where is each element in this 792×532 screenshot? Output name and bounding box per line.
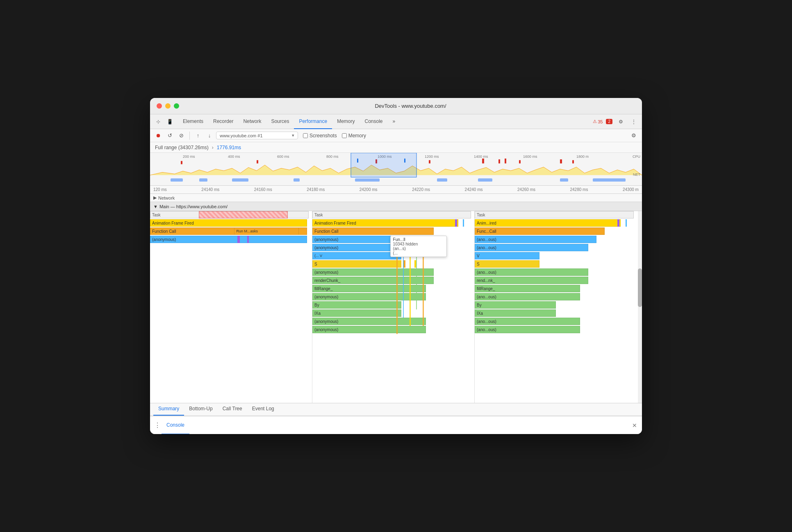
anonymous-green-2[interactable]: (anonymous): [312, 293, 426, 300]
v-bar[interactable]: V: [475, 252, 539, 259]
selected-range-label: 1776.91ms: [217, 145, 241, 150]
flame-column-1: Task Animation Frame Fired Function Call…: [150, 211, 312, 403]
tab-memory[interactable]: Memory: [332, 114, 360, 129]
drawer-close-button[interactable]: ✕: [630, 421, 639, 430]
tab-recorder[interactable]: Recorder: [208, 114, 238, 129]
tab-more[interactable]: »: [388, 114, 401, 129]
svg-rect-26: [355, 178, 380, 182]
svg-text:1600 ms: 1600 ms: [523, 155, 537, 159]
network-expand-icon[interactable]: ▶: [153, 195, 157, 200]
ruler-mark: 120 ms: [153, 187, 167, 192]
window-title: DevTools - www.youtube.com/: [186, 103, 635, 109]
svg-rect-18: [572, 160, 574, 164]
more-icon[interactable]: ⋮: [629, 117, 639, 127]
minimize-button[interactable]: [165, 103, 171, 109]
svg-text:400 ms: 400 ms: [228, 155, 240, 159]
tab-sources[interactable]: Sources: [266, 114, 294, 129]
svg-rect-27: [437, 178, 447, 182]
strip-1: [396, 244, 398, 334]
tab-network[interactable]: Network: [238, 114, 266, 129]
maximize-button[interactable]: [174, 103, 179, 109]
url-selector[interactable]: www.youtube.com #1 ▾: [216, 132, 298, 139]
svg-rect-30: [593, 178, 626, 182]
s-bar-3[interactable]: S: [475, 260, 539, 268]
fill-range-bar[interactable]: fillRange_: [312, 285, 426, 292]
function-call-bar-3[interactable]: Func...Call: [475, 227, 605, 235]
anonymous-bar-4[interactable]: (ano...ous): [475, 236, 596, 243]
url-dropdown-icon[interactable]: ▾: [292, 133, 294, 138]
animation-frame-bar-2[interactable]: Animation Frame Fired: [312, 219, 458, 227]
anous-bar-3[interactable]: (ano...ous): [475, 318, 580, 325]
tab-badges: ⚠ 35 2 ⚙ ⋮: [593, 117, 639, 127]
clear-button[interactable]: ⊘: [176, 131, 186, 141]
animation-frame-bar-3[interactable]: Anim...ired: [475, 219, 621, 227]
separator-1: [189, 132, 190, 140]
svg-rect-29: [560, 178, 568, 182]
record-button[interactable]: ⏺: [153, 131, 163, 141]
device-icon[interactable]: 📱: [165, 117, 175, 127]
network-label: Network: [158, 196, 175, 200]
refresh-button[interactable]: ↺: [165, 131, 175, 141]
screenshots-checkbox[interactable]: Screenshots: [303, 133, 337, 139]
tab-event-log[interactable]: Event Log: [247, 402, 279, 416]
fillrange-bar-3[interactable]: fillRange_: [475, 285, 580, 292]
main-expand-icon[interactable]: ▼: [153, 204, 158, 209]
devtools-window: DevTools - www.youtube.com/ ⊹ 📱 Elements…: [150, 98, 642, 434]
anons-bar[interactable]: (... V: [312, 252, 401, 259]
tab-performance[interactable]: Performance: [294, 114, 332, 129]
svg-text:200 ms: 200 ms: [183, 155, 195, 159]
anonymous-bar-5[interactable]: (ano...ous): [475, 244, 588, 251]
ixa-bar[interactable]: IXa: [312, 309, 401, 317]
tooltip-line-2: 10343 hidden: [393, 242, 444, 246]
by-bar[interactable]: By: [312, 301, 401, 309]
flame-chart-content[interactable]: Task Animation Frame Fired Function Call…: [150, 211, 642, 403]
overview-panel[interactable]: 200 ms 400 ms 600 ms 800 ms 1000 ms 1200…: [150, 153, 642, 186]
download-button[interactable]: ↓: [205, 131, 214, 141]
long-task-bar[interactable]: [199, 211, 288, 218]
svg-rect-19: [351, 153, 416, 177]
drawer-menu-icon[interactable]: ⋮: [153, 421, 162, 430]
capture-settings-icon[interactable]: ⚙: [629, 131, 639, 141]
memory-checkbox[interactable]: Memory: [342, 133, 366, 139]
svg-rect-28: [478, 178, 492, 182]
run-microtasks-bar[interactable]: Run M...asks: [234, 227, 299, 235]
network-section: ▶ Network: [150, 194, 642, 202]
vertical-scrollbar[interactable]: [638, 211, 642, 403]
by-bar-3[interactable]: By: [475, 301, 556, 309]
tab-call-tree[interactable]: Call Tree: [218, 402, 247, 416]
function-call-bar-2[interactable]: Function Call: [312, 227, 434, 235]
tab-bottom-up[interactable]: Bottom-Up: [184, 402, 217, 416]
anonymous-bar-1[interactable]: (anonymous): [150, 236, 307, 243]
svg-rect-9: [181, 161, 182, 164]
anous-bar-1[interactable]: (ano...ous): [475, 268, 588, 276]
scrollbar-thumb[interactable]: [638, 268, 642, 307]
anous-bar-4[interactable]: (ano...ous): [475, 326, 580, 333]
rendnk-bar[interactable]: rend...nk_: [475, 277, 588, 284]
ruler-mark: 24240 ms: [465, 187, 483, 192]
timeline-ruler: 120 ms 24140 ms 24160 ms 24180 ms 24200 …: [150, 186, 642, 194]
ruler-mark: 24180 ms: [307, 187, 325, 192]
settings-icon[interactable]: ⚙: [616, 117, 626, 127]
tooltip-line-1: Fun...ll: [393, 237, 444, 242]
animation-frame-bar-1[interactable]: Animation Frame Fired: [150, 219, 307, 227]
task-bar-3[interactable]: Task: [475, 211, 634, 218]
inspect-icon[interactable]: ⊹: [153, 117, 163, 127]
ixa-bar-3[interactable]: IXa: [475, 309, 556, 317]
svg-rect-23: [199, 178, 207, 182]
svg-rect-17: [560, 159, 562, 164]
range-arrow: ›: [212, 145, 214, 150]
tab-elements[interactable]: Elements: [178, 114, 208, 129]
ruler-mark: 24160 ms: [254, 187, 272, 192]
tab-console[interactable]: Console: [360, 114, 387, 129]
anonymous-green-4[interactable]: (anonymous): [312, 326, 426, 333]
tooltip-line-3: (an...s): [393, 246, 444, 251]
task-bar-2[interactable]: Task: [312, 211, 471, 218]
anonymous-green-3[interactable]: (anonymous): [312, 318, 426, 325]
tab-summary[interactable]: Summary: [153, 402, 184, 416]
anous-bar-2[interactable]: (ano...ous): [475, 293, 580, 300]
upload-button[interactable]: ↑: [193, 131, 203, 141]
console-tab[interactable]: Console: [162, 416, 189, 434]
traffic-lights: [157, 103, 179, 109]
close-button[interactable]: [157, 103, 162, 109]
s-bar-2[interactable]: S: [312, 260, 401, 268]
